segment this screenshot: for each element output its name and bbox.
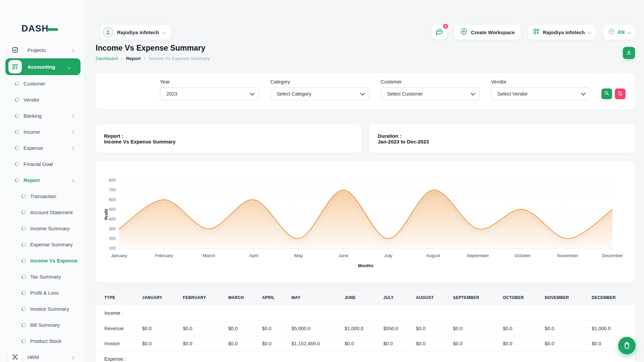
chevron-right-icon: › xyxy=(144,56,146,61)
sidebar-item-income-vs-expense[interactable]: Income Vs Expense xyxy=(0,252,84,268)
sidebar-item-vendor[interactable]: Vendor xyxy=(0,92,84,108)
bullet-icon xyxy=(14,129,20,135)
sidebar-item-report[interactable]: Report xyxy=(0,172,84,188)
sidebar-item-label: Expense xyxy=(23,145,71,151)
chevron-down-icon xyxy=(471,91,475,96)
sidebar-item-income-summary[interactable]: Income Summary xyxy=(0,220,84,236)
sidebar-item-customer[interactable]: Customer xyxy=(0,75,84,92)
sidebar-item-transaction[interactable]: Transaction xyxy=(0,188,84,204)
chevron-down-icon xyxy=(588,30,591,34)
svg-text:November: November xyxy=(557,253,578,258)
amount-cell: $0.0 xyxy=(259,336,288,351)
sidebar-item-projects[interactable]: Projects xyxy=(0,42,84,58)
filter-year: Year 2023 xyxy=(160,79,259,100)
report-card: Report : Income Vs Expense Summary xyxy=(96,124,361,153)
amount-cell: $0.0 xyxy=(179,336,225,351)
sidebar-item-account-statement[interactable]: Account Statement xyxy=(0,204,84,220)
filter-buttons xyxy=(601,88,626,99)
sidebar-item-tax-summary[interactable]: Tax Summary xyxy=(0,268,84,285)
download-button[interactable] xyxy=(623,47,635,59)
user-avatar-icon xyxy=(103,27,113,38)
section-label: Expense : xyxy=(96,351,635,362)
amount-cell: $1,000.0 xyxy=(588,321,635,336)
svg-text:700: 700 xyxy=(109,188,116,192)
report-value: Income Vs Expense Summary xyxy=(104,139,361,144)
sidebar: DASH ProjectsAccountingCustomerVendorBan… xyxy=(0,0,84,362)
sidebar-item-invoice-summary[interactable]: Invoice Summary xyxy=(0,301,84,317)
amount-cell: $0.0 xyxy=(259,321,288,336)
chevron-down-icon xyxy=(162,30,166,34)
shopping-bag-icon xyxy=(623,341,631,350)
amount-cell: $0.0 xyxy=(450,321,500,336)
svg-text:400: 400 xyxy=(109,217,116,222)
sidebar-item-product-stock[interactable]: Product Stock xyxy=(0,333,84,349)
bullet-icon xyxy=(14,177,20,183)
amount-cell: $0.0 xyxy=(179,321,225,336)
checkbox-icon xyxy=(8,43,22,57)
chat-icon xyxy=(435,27,443,37)
apply-filter-button[interactable] xyxy=(601,88,612,99)
bullet-icon xyxy=(21,338,26,344)
income-expense-table: TYPEJANUARYFEBRUARYMARCHAPRILMAYJUNEJULY… xyxy=(96,290,635,362)
main-area: Rajodiya infotech 0 Create Workspace xyxy=(84,0,644,362)
profit-chart-card: 100200300400500600700800JanuaryFebruaryM… xyxy=(96,161,635,283)
workspace-switcher[interactable]: Rajodiya infotech xyxy=(101,25,171,40)
table-row-revenue: Revenue$0.0$0.0$0.0$0.0$5,000.0$1,000.0$… xyxy=(96,321,635,336)
amount-cell: $0.0 xyxy=(225,336,259,351)
amount-cell: $0.0 xyxy=(139,336,180,351)
logo-dash-accent xyxy=(47,28,58,31)
chevron-down-icon xyxy=(250,91,255,96)
category-select[interactable]: Select Category xyxy=(270,87,369,100)
company-menu[interactable]: Rajodiya infotech xyxy=(528,25,596,40)
language-menu[interactable]: EN xyxy=(603,25,635,40)
sidebar-item-income[interactable]: Income xyxy=(0,124,84,140)
column-header-november: NOVEMBER xyxy=(541,290,588,305)
svg-text:July: July xyxy=(384,253,392,258)
svg-text:August: August xyxy=(426,253,440,258)
breadcrumb-current: Income Vs Expense Summary xyxy=(149,56,210,61)
filters-card: Year 2023 Category Select Category Custo… xyxy=(96,73,635,109)
app-logo[interactable]: DASH xyxy=(21,23,84,34)
summary-cards: Report : Income Vs Expense Summary Durat… xyxy=(96,124,635,153)
sidebar-item-banking[interactable]: Banking xyxy=(0,108,84,124)
floating-shop-button[interactable] xyxy=(618,337,636,354)
sidebar-item-finacial-goal[interactable]: Finacial Goal xyxy=(0,156,84,172)
reset-filter-button[interactable] xyxy=(615,88,626,99)
filter-category: Category Select Category xyxy=(270,79,369,100)
column-header-march: MARCH xyxy=(225,290,259,305)
year-select[interactable]: 2023 xyxy=(160,87,259,100)
profit-area-chart: 100200300400500600700800JanuaryFebruaryM… xyxy=(104,170,627,276)
sidebar-item-label: Income Vs Expense xyxy=(30,258,84,263)
sidebar-item-hrm[interactable]: HRM xyxy=(0,349,84,362)
create-workspace-button[interactable]: Create Workspace xyxy=(454,25,521,40)
sidebar-item-label: Expense Summary xyxy=(30,242,84,247)
sidebar-item-accounting[interactable]: Accounting xyxy=(5,58,80,75)
sidebar-item-expense[interactable]: Expense xyxy=(0,140,84,156)
sidebar-item-label: Profit & Loss xyxy=(30,290,84,296)
chevron-right-icon xyxy=(70,114,74,118)
vendor-select-value: Select Vendor xyxy=(497,91,528,97)
table-section-income: Income : xyxy=(96,305,635,321)
breadcrumb-dashboard[interactable]: Dashboard xyxy=(96,56,118,61)
sidebar-nav: ProjectsAccountingCustomerVendorBankingI… xyxy=(0,42,84,362)
sidebar-item-profit-loss[interactable]: Profit & Loss xyxy=(0,285,84,301)
bullet-icon xyxy=(14,145,20,151)
messages-button[interactable]: 0 xyxy=(432,25,447,40)
svg-text:June: June xyxy=(338,253,348,258)
category-select-value: Select Category xyxy=(277,91,311,97)
language-code: EN xyxy=(618,29,625,35)
sidebar-item-bill-summary[interactable]: Bill Summary xyxy=(0,317,84,333)
sidebar-item-label: Account Statement xyxy=(30,209,84,215)
sidebar-item-expense-summary[interactable]: Expense Summary xyxy=(0,236,84,252)
vendor-select[interactable]: Select Vendor xyxy=(491,87,590,100)
table-section-expense: Expense : xyxy=(96,351,635,362)
customer-select[interactable]: Select Customer xyxy=(381,87,480,100)
breadcrumb-report[interactable]: Report xyxy=(126,56,141,61)
bullet-icon xyxy=(21,193,26,199)
logo-text: DASH xyxy=(21,23,49,34)
sidebar-item-label: HRM xyxy=(28,354,71,360)
bullet-icon xyxy=(21,322,26,328)
sidebar-item-label: Bill Summary xyxy=(30,322,84,328)
chevron-right-icon xyxy=(70,49,74,52)
chevron-right-icon xyxy=(70,130,74,134)
